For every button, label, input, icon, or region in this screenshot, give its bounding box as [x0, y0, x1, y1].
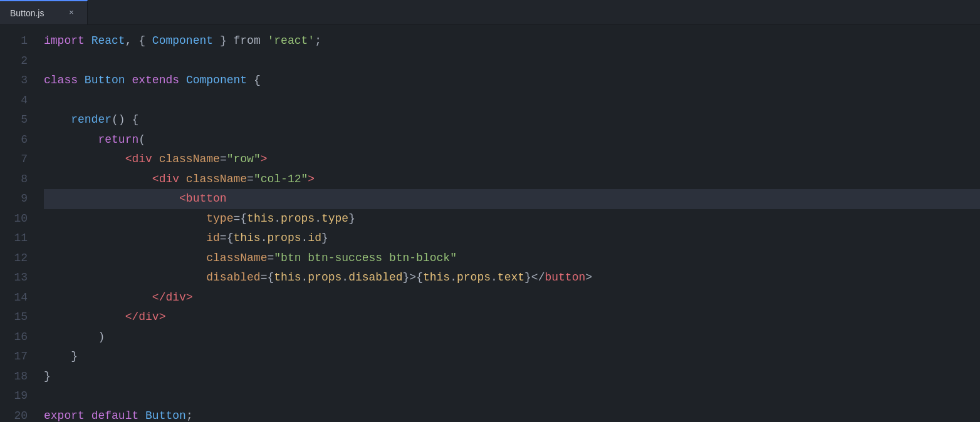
code-line-14: </div> — [44, 288, 980, 308]
tab-bar: Button.js × — [0, 0, 980, 25]
code-line-12: className="btn btn-success btn-block" — [44, 249, 980, 269]
code-line-9: <button — [44, 189, 980, 209]
code-line-6: return( — [44, 130, 980, 150]
code-area: 1 2 3 4 5 6 7 8 9 10 11 12 13 14 15 16 1… — [0, 25, 980, 422]
editor-container: Button.js × 1 2 3 4 5 6 7 8 9 10 11 12 1… — [0, 0, 980, 422]
code-content[interactable]: import React, { Component } from 'react'… — [38, 31, 980, 422]
code-line-13: disabled={this.props.disabled}>{this.pro… — [44, 268, 980, 288]
code-line-20: export default Button; — [44, 406, 980, 423]
code-line-4 — [44, 91, 980, 111]
tab-close-button[interactable]: × — [66, 8, 77, 19]
code-line-10: type={this.props.type} — [44, 209, 980, 229]
code-line-11: id={this.props.id} — [44, 229, 980, 249]
code-line-5: render() { — [44, 110, 980, 130]
code-line-3: class Button extends Component { — [44, 71, 980, 91]
code-line-19 — [44, 386, 980, 406]
code-line-16: ) — [44, 327, 980, 347]
code-line-15: </div> — [44, 307, 980, 327]
tab-title: Button.js — [10, 8, 44, 18]
code-line-2 — [44, 51, 980, 71]
code-line-18: } — [44, 367, 980, 387]
code-line-17: } — [44, 347, 980, 367]
code-line-7: <div className="row"> — [44, 150, 980, 170]
active-tab[interactable]: Button.js × — [0, 0, 88, 24]
code-line-1: import React, { Component } from 'react'… — [44, 31, 980, 51]
code-line-8: <div className="col-12"> — [44, 170, 980, 190]
line-numbers: 1 2 3 4 5 6 7 8 9 10 11 12 13 14 15 16 1… — [0, 31, 38, 422]
